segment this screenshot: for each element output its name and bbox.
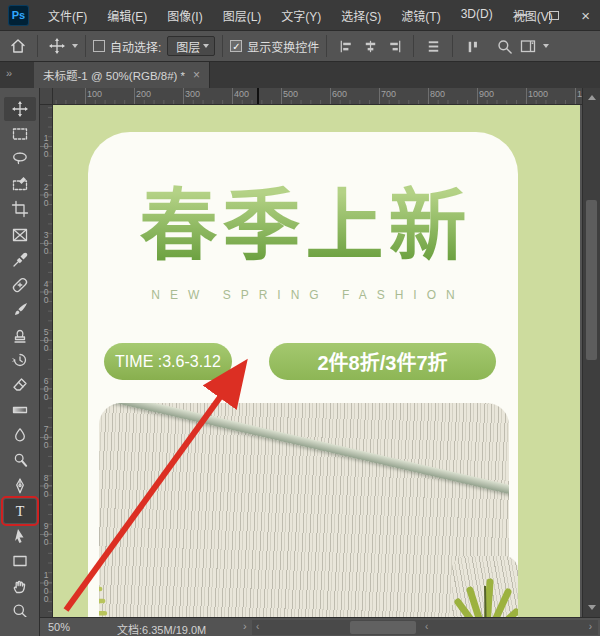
hruler-label: 300: [185, 89, 200, 99]
separator: [37, 35, 38, 57]
document-tab-bar: » 未标题-1 @ 50%(RGB/8#) * ×: [0, 62, 600, 88]
scroll-left-icon[interactable]: ‹: [256, 621, 259, 632]
zoom-level-field[interactable]: 50%: [48, 621, 70, 633]
vruler-label: 200: [41, 182, 51, 206]
close-icon[interactable]: ×: [581, 8, 590, 23]
hruler-label: 1000: [528, 89, 548, 99]
status-bar: 50% 文档:6.35M/19.0M › ‹ ‹ ›: [40, 617, 600, 636]
hruler-label: 500: [283, 89, 298, 99]
leaf-fan-photo: [452, 556, 518, 617]
chevron-down-icon[interactable]: [543, 44, 549, 48]
gradient-tool[interactable]: [4, 398, 36, 422]
crop-tool[interactable]: [4, 197, 36, 221]
scroll-up-icon[interactable]: [588, 95, 596, 100]
scroll-left-icon[interactable]: ‹: [425, 621, 428, 632]
time-badge: TIME :3.6-3.12: [104, 343, 232, 380]
align-left-edges-icon[interactable]: [334, 34, 358, 58]
hruler-label: 600: [332, 89, 347, 99]
separator: [452, 35, 453, 57]
rectangle-tool[interactable]: [4, 549, 36, 573]
vruler-label: 100: [41, 133, 51, 157]
clone-stamp-tool[interactable]: [4, 323, 36, 347]
vruler-label: 300: [41, 230, 51, 254]
auto-select-checkbox[interactable]: [93, 40, 105, 52]
document-tab-title: 未标题-1 @ 50%(RGB/8#) *: [43, 67, 185, 83]
hruler-label: 200: [136, 89, 151, 99]
menu-item-1[interactable]: 编辑(E): [98, 3, 156, 28]
vertical-ruler[interactable]: 1002003004005006007008009001000: [40, 105, 53, 617]
scroll-down-icon[interactable]: [588, 605, 596, 610]
window-controls: ×: [516, 0, 590, 30]
tools-panel: T: [0, 88, 40, 636]
vertical-scrollbar[interactable]: [582, 88, 600, 617]
blur-tool[interactable]: [4, 423, 36, 447]
tools-panel-footer: [0, 617, 40, 636]
menu-item-4[interactable]: 文字(Y): [272, 3, 330, 28]
menu-item-2[interactable]: 图像(I): [158, 3, 211, 28]
eraser-tool[interactable]: [4, 373, 36, 397]
menu-item-6[interactable]: 滤镜(T): [392, 3, 449, 28]
maximize-icon[interactable]: [549, 11, 559, 20]
palm-leaves-illustration: [99, 404, 509, 617]
separator: [326, 35, 327, 57]
vertical-scrollbar-thumb[interactable]: [586, 200, 597, 360]
move-tool-preset-icon[interactable]: [45, 34, 69, 58]
vruler-label: 500: [41, 327, 51, 351]
photoshop-logo-icon: Ps: [8, 5, 29, 26]
collapse-panels-icon[interactable]: »: [6, 67, 11, 79]
rectangular-marquee-tool[interactable]: [4, 122, 36, 146]
spot-healing-brush-tool[interactable]: [4, 273, 36, 297]
minimize-icon[interactable]: [516, 14, 527, 16]
vruler-label: 900: [41, 521, 51, 545]
menu-item-3[interactable]: 图层(L): [214, 3, 271, 28]
menu-item-5[interactable]: 选择(S): [332, 3, 390, 28]
menu-item-7[interactable]: 3D(D): [452, 3, 502, 28]
hand-tool[interactable]: [4, 574, 36, 598]
horizontal-scrollbar[interactable]: ‹ ‹ ›: [252, 620, 598, 635]
separator: [413, 35, 414, 57]
align-horizontal-centers-icon[interactable]: [358, 34, 382, 58]
hruler-label: 100: [87, 89, 102, 99]
hruler-label: 800: [430, 89, 445, 99]
menu-item-0[interactable]: 文件(F): [39, 3, 96, 28]
3d-mode-icon[interactable]: [460, 34, 484, 58]
path-selection-tool[interactable]: [4, 524, 36, 548]
canvas-viewport[interactable]: 春季上新 NEW SPRING FASHION TIME :3.6-3.12 2…: [53, 105, 580, 617]
discount-badge: 2件8折/3件7折: [269, 343, 496, 380]
vruler-label: 1000: [41, 570, 51, 602]
ruler-position-marker: [257, 88, 259, 105]
search-icon[interactable]: [492, 34, 516, 58]
scroll-right-icon[interactable]: ›: [589, 621, 592, 632]
brush-tool[interactable]: [4, 298, 36, 322]
distribute-icon[interactable]: [421, 34, 445, 58]
type-tool[interactable]: T: [4, 499, 36, 523]
hruler-label: 400: [234, 89, 249, 99]
leaf-fan-illustration: [452, 556, 518, 617]
poster-card: 春季上新 NEW SPRING FASHION TIME :3.6-3.12 2…: [88, 132, 518, 617]
lasso-tool[interactable]: [4, 147, 36, 171]
workspace-switcher-icon[interactable]: [516, 34, 540, 58]
pen-tool[interactable]: [4, 474, 36, 498]
show-transform-checkbox[interactable]: ✓: [230, 40, 242, 52]
dodge-tool[interactable]: [4, 448, 36, 472]
object-selection-tool[interactable]: [4, 172, 36, 196]
svg-text:T: T: [16, 503, 25, 518]
document-tab[interactable]: 未标题-1 @ 50%(RGB/8#) * ×: [34, 62, 210, 88]
chevron-down-icon[interactable]: [72, 44, 78, 48]
horizontal-ruler[interactable]: 10020030040050060070080090010001100: [53, 88, 582, 105]
frame-tool[interactable]: [4, 223, 36, 247]
home-icon[interactable]: [6, 34, 30, 58]
document-size-info[interactable]: 文档:6.35M/19.0M: [117, 621, 206, 636]
eyedropper-tool[interactable]: [4, 248, 36, 272]
status-expander-icon[interactable]: ›: [243, 620, 247, 632]
menu-bar: 文件(F)编辑(E)图像(I)图层(L)文字(Y)选择(S)滤镜(T)3D(D)…: [39, 3, 562, 28]
align-right-edges-icon[interactable]: [382, 34, 406, 58]
horizontal-scrollbar-thumb[interactable]: [350, 621, 416, 634]
auto-select-target-dropdown[interactable]: 图层: [167, 36, 215, 56]
tab-close-icon[interactable]: ×: [193, 68, 200, 82]
auto-select-label: 自动选择:: [110, 38, 161, 55]
move-tool[interactable]: [4, 97, 36, 121]
history-brush-tool[interactable]: [4, 348, 36, 372]
separator: [222, 35, 223, 57]
chevron-down-icon: [203, 44, 209, 48]
